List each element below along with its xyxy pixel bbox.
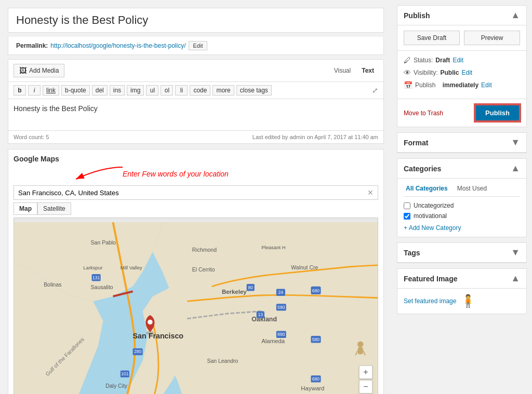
preview-button[interactable]: Preview [464, 31, 520, 45]
category-list: Uncategorized motivational [404, 202, 520, 220]
format-title: Format [404, 139, 428, 147]
map-search-input[interactable] [18, 189, 367, 197]
all-categories-tab[interactable]: All Categories [404, 184, 450, 193]
visual-tab[interactable]: Visual [330, 65, 355, 76]
svg-text:680: 680 [312, 288, 320, 293]
categories-title: Categories [404, 165, 441, 173]
map-container[interactable]: San Pablo Richmond Pleasant H Larkspur M… [14, 218, 378, 394]
permalink-url[interactable]: http://localhost/google/honesty-is-the-b… [50, 42, 185, 49]
map-tab-map[interactable]: Map [14, 202, 37, 215]
zoom-out-button[interactable]: − [359, 380, 373, 393]
more-button[interactable]: more [212, 85, 234, 96]
add-category-link[interactable]: + Add New Category [404, 224, 461, 232]
svg-text:El Cerrito: El Cerrito [192, 267, 215, 273]
tags-toggle[interactable]: ▼ [511, 247, 520, 258]
status-edit-link[interactable]: Edit [453, 57, 463, 64]
most-used-tab[interactable]: Most Used [455, 184, 489, 193]
publish-box: Publish ▲ Save Draft Preview 🖊 Status: D… [397, 5, 527, 127]
svg-text:Walnut Cre: Walnut Cre [291, 265, 318, 270]
categories-toggle[interactable]: ▲ [511, 163, 520, 174]
move-to-trash-link[interactable]: Move to Trash [404, 110, 443, 117]
svg-point-55 [357, 342, 363, 347]
svg-text:Daly City: Daly City [105, 383, 128, 389]
visibility-value: Public [440, 69, 459, 76]
svg-text:San Pablo: San Pablo [91, 240, 116, 246]
category-item: Uncategorized [404, 202, 520, 209]
svg-text:Richmond: Richmond [192, 247, 217, 253]
last-edited: Last edited by admin on April 7, 2017 at… [252, 134, 378, 140]
li-button[interactable]: li [175, 85, 188, 96]
visibility-label: Visibility: [414, 69, 437, 76]
svg-text:San Francisco: San Francisco [133, 332, 184, 340]
svg-text:580: 580 [277, 305, 285, 310]
map-tab-satellite[interactable]: Satellite [37, 202, 71, 215]
person-placeholder-icon: 🧍 [460, 294, 476, 308]
publish-toggle[interactable]: ▲ [511, 10, 520, 21]
svg-point-28 [148, 320, 153, 325]
map-search-bar: ✕ [14, 185, 378, 200]
permalink-edit-button[interactable]: Edit [189, 41, 208, 50]
publish-label: Publish [415, 81, 435, 89]
link-button[interactable]: link [43, 85, 59, 96]
del-button[interactable]: del [92, 85, 108, 96]
img-button[interactable]: img [127, 85, 144, 96]
featured-image-toggle[interactable]: ▲ [511, 273, 520, 284]
publish-timing: immediately [443, 81, 478, 89]
ins-button[interactable]: ins [110, 85, 125, 96]
svg-text:Larkspur: Larkspur [83, 265, 103, 270]
svg-text:24: 24 [278, 290, 284, 295]
uncategorized-label: Uncategorized [414, 202, 454, 209]
featured-image-title: Featured Image [404, 275, 457, 283]
editor-content[interactable]: Honesty is the Best Policy [8, 99, 383, 130]
italic-button[interactable]: i [28, 85, 41, 96]
svg-text:San Leandro: San Leandro [207, 358, 238, 364]
svg-text:Pleasant H: Pleasant H [261, 244, 286, 250]
media-icon: 🖼 [19, 66, 26, 75]
publish-timing-edit-link[interactable]: Edit [481, 81, 492, 89]
bold-button[interactable]: b [14, 85, 26, 96]
svg-text:Alameda: Alameda [261, 338, 285, 344]
svg-point-6 [165, 315, 180, 322]
status-label: Status: [414, 57, 433, 64]
ul-button[interactable]: ul [146, 85, 158, 96]
save-draft-button[interactable]: Save Draft [404, 31, 460, 45]
svg-text:580: 580 [312, 337, 320, 342]
visibility-icon: 👁 [404, 69, 411, 77]
annotation-text: Enter Few words of your location [123, 170, 229, 178]
map-controls: + − [359, 365, 373, 393]
svg-text:Hayward: Hayward [301, 385, 324, 391]
annotation-arrow [60, 165, 128, 183]
code-button[interactable]: code [190, 85, 210, 96]
svg-text:880: 880 [277, 332, 285, 337]
svg-text:Sausalito: Sausalito [91, 284, 113, 290]
visibility-edit-link[interactable]: Edit [461, 69, 472, 76]
permalink-label: Permalink: [16, 42, 48, 49]
text-tab[interactable]: Text [357, 65, 378, 76]
set-featured-image-link[interactable]: Set featured image [404, 297, 456, 305]
publish-title: Publish [404, 11, 430, 20]
publish-button[interactable]: Publish [475, 104, 520, 121]
fullscreen-button[interactable]: ⤢ [372, 86, 378, 94]
svg-text:280: 280 [134, 349, 142, 354]
svg-text:13: 13 [258, 312, 263, 317]
svg-text:Berkeley: Berkeley [222, 289, 247, 295]
schedule-icon: 📅 [404, 81, 413, 89]
add-media-button[interactable]: 🖼 Add Media [14, 64, 64, 77]
status-icon: 🖊 [404, 56, 411, 64]
featured-image-box: Featured Image ▲ Set featured image 🧍 [397, 268, 527, 314]
uncategorized-checkbox[interactable] [404, 202, 410, 209]
map-clear-icon[interactable]: ✕ [367, 188, 374, 197]
svg-text:131: 131 [92, 275, 100, 280]
format-toggle[interactable]: ▼ [511, 137, 520, 148]
zoom-in-button[interactable]: + [359, 365, 373, 379]
close-tags-button[interactable]: close tags [236, 85, 272, 96]
post-title[interactable] [16, 13, 376, 27]
svg-rect-56 [358, 347, 363, 354]
ol-button[interactable]: ol [161, 85, 173, 96]
svg-text:80: 80 [248, 285, 253, 290]
bquote-button[interactable]: b-quote [61, 85, 90, 96]
motivational-label: motivational [414, 212, 447, 220]
svg-text:680: 680 [312, 376, 320, 382]
motivational-checkbox[interactable] [404, 213, 410, 220]
svg-text:Mill Valley: Mill Valley [121, 265, 142, 270]
